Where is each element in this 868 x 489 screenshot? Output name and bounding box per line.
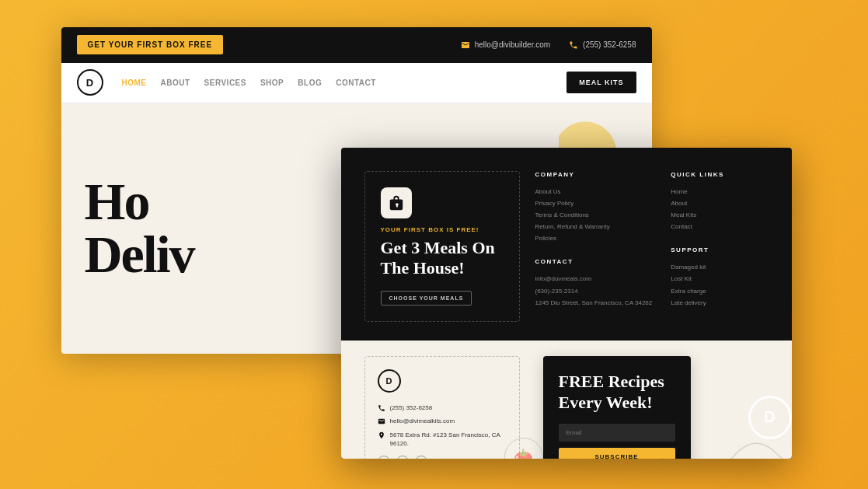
facebook-icon[interactable]: f xyxy=(378,456,390,458)
contact-phone: (255) 352-6258 xyxy=(390,403,433,412)
nav-contact[interactable]: CONTACT xyxy=(336,79,376,87)
nav-services[interactable]: SERVICES xyxy=(204,79,246,87)
list-item[interactable]: About Us xyxy=(535,186,653,197)
list-item: info@duvmeals.com xyxy=(535,273,653,285)
list-item[interactable]: Terms & Conditions xyxy=(535,209,653,221)
company-col: COMPANY About Us Privacy Policy Terms & … xyxy=(535,171,653,323)
corner-badge: D xyxy=(748,396,792,439)
nav-shop[interactable]: SHOP xyxy=(260,79,284,87)
list-item[interactable]: Late delivery xyxy=(671,297,724,309)
contact-address: 5678 Extra Rd. #123 San Francisco, CA 96… xyxy=(390,431,507,448)
contact-email: hello@divimealkits.com xyxy=(390,417,455,425)
top-bar-contact: hello@divibuilder.com (255) 352-6258 xyxy=(461,40,636,50)
footer-top: YOUR FIRST BOX IS FREE! Get 3 Meals On T… xyxy=(341,148,792,341)
social-links: f t ▶ xyxy=(378,456,507,458)
list-item[interactable]: Policies xyxy=(535,232,653,244)
phone-row: (255) 352-6258 xyxy=(378,403,507,412)
email-contact: hello@divibuilder.com xyxy=(461,40,550,50)
list-item[interactable]: Meal Kits xyxy=(671,209,724,221)
footer-columns: COMPANY About Us Privacy Policy Terms & … xyxy=(535,171,769,323)
nav-meal-kits[interactable]: MEAL KITS xyxy=(566,72,636,93)
footer-bottom: D (255) 352-6258 hello@divimealkits.com … xyxy=(341,341,792,458)
promo-tag: YOUR FIRST BOX IS FREE! xyxy=(381,226,504,233)
nav-blog[interactable]: BLOG xyxy=(298,79,322,87)
contact-info-box: D (255) 352-6258 hello@divimealkits.com … xyxy=(364,356,520,458)
nav-logo[interactable]: D xyxy=(77,69,103,96)
email-row: hello@divimealkits.com xyxy=(378,417,507,425)
list-item[interactable]: About xyxy=(671,197,724,209)
list-item[interactable]: Privacy Policy xyxy=(535,197,653,209)
footer-card: YOUR FIRST BOX IS FREE! Get 3 Meals On T… xyxy=(341,148,792,459)
contact-logo: D xyxy=(378,369,401,393)
youtube-icon[interactable]: ▶ xyxy=(415,456,427,458)
promo-cta[interactable]: CHOOSE YOUR MEALS xyxy=(381,291,472,306)
promo-box: YOUR FIRST BOX IS FREE! Get 3 Meals On T… xyxy=(364,171,520,323)
quicklinks-list: Home About Meal Kits Contact xyxy=(671,186,724,233)
support-list: Damaged kit Lost Kit Extra charge Late d… xyxy=(671,261,724,309)
nav-links: HOME ABOUT SERVICES SHOP BLOG CONTACT xyxy=(122,79,376,87)
top-bar: GET YOUR FIRST BOX FREE hello@divibuilde… xyxy=(61,27,652,63)
promo-icon xyxy=(381,187,412,218)
list-item[interactable]: Contact xyxy=(671,221,724,232)
list-item: 1245 Diu Street, San Francisco, CA 34262 xyxy=(535,297,653,309)
twitter-icon[interactable]: t xyxy=(396,456,409,458)
list-item[interactable]: Lost Kit xyxy=(671,273,724,285)
address-row: 5678 Extra Rd. #123 San Francisco, CA 96… xyxy=(378,431,507,448)
quicklinks-col: QUICK LINKS Home About Meal Kits Contact… xyxy=(671,171,724,323)
list-item[interactable]: Damaged kit xyxy=(671,261,724,273)
newsletter-title: FREE Recipes Every Week! xyxy=(559,372,675,413)
list-item[interactable]: Home xyxy=(671,186,724,197)
list-item: (630)-235-2314 xyxy=(535,285,653,297)
list-item[interactable]: Extra charge xyxy=(671,285,724,297)
promo-title: Get 3 Meals On The House! xyxy=(381,238,504,279)
nav: D HOME ABOUT SERVICES SHOP BLOG CONTACT … xyxy=(61,63,652,103)
nav-home[interactable]: HOME xyxy=(122,79,147,87)
company-links: About Us Privacy Policy Terms & Conditio… xyxy=(535,186,653,245)
top-bar-cta[interactable]: GET YOUR FIRST BOX FREE xyxy=(77,35,224,54)
list-item[interactable]: Return, Refund & Warranty xyxy=(535,221,653,232)
contact-links: info@duvmeals.com (630)-235-2314 1245 Di… xyxy=(535,273,653,309)
phone-contact: (255) 352-6258 xyxy=(569,40,636,50)
nav-about[interactable]: ABOUT xyxy=(161,79,190,87)
